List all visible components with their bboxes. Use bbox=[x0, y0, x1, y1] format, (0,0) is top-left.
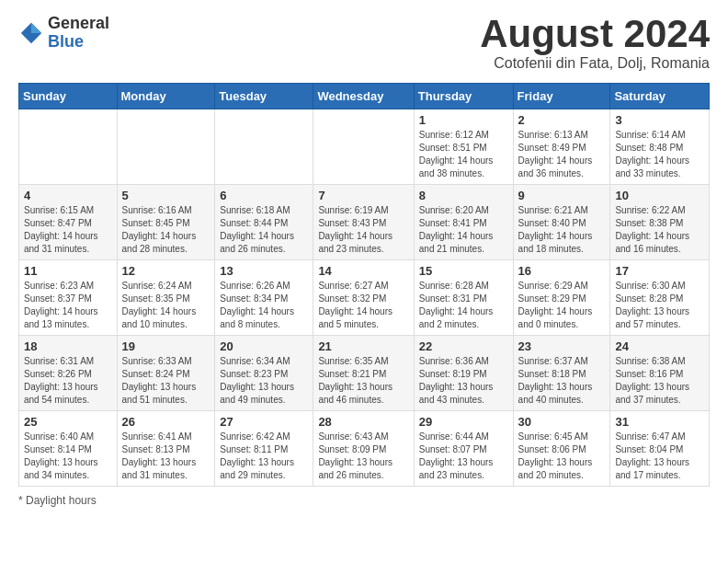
calendar-cell: 29Sunrise: 6:44 AM Sunset: 8:07 PM Dayli… bbox=[414, 411, 513, 487]
logo: General Blue bbox=[18, 15, 109, 52]
day-info: Sunrise: 6:21 AM Sunset: 8:40 PM Dayligh… bbox=[518, 204, 606, 256]
calendar-cell: 8Sunrise: 6:20 AM Sunset: 8:41 PM Daylig… bbox=[414, 185, 513, 260]
day-number: 6 bbox=[220, 189, 308, 202]
calendar-cell: 4Sunrise: 6:15 AM Sunset: 8:47 PM Daylig… bbox=[19, 185, 118, 260]
day-info: Sunrise: 6:37 AM Sunset: 8:18 PM Dayligh… bbox=[518, 355, 606, 407]
day-number: 1 bbox=[419, 113, 508, 127]
weekday-header-tuesday: Tuesday bbox=[215, 84, 313, 109]
day-number: 17 bbox=[615, 264, 704, 278]
calendar-cell: 24Sunrise: 6:38 AM Sunset: 8:16 PM Dayli… bbox=[610, 336, 710, 411]
day-number: 20 bbox=[220, 339, 308, 353]
day-info: Sunrise: 6:42 AM Sunset: 8:11 PM Dayligh… bbox=[220, 431, 308, 482]
footer-note-text: Daylight hours bbox=[26, 494, 97, 507]
day-number: 11 bbox=[24, 264, 112, 278]
day-info: Sunrise: 6:30 AM Sunset: 8:28 PM Dayligh… bbox=[615, 280, 704, 331]
day-info: Sunrise: 6:16 AM Sunset: 8:45 PM Dayligh… bbox=[122, 204, 210, 256]
day-number: 16 bbox=[518, 264, 606, 278]
footer-note: * Daylight hours bbox=[18, 494, 710, 507]
day-info: Sunrise: 6:12 AM Sunset: 8:51 PM Dayligh… bbox=[419, 129, 508, 180]
calendar-cell: 19Sunrise: 6:33 AM Sunset: 8:24 PM Dayli… bbox=[117, 336, 215, 411]
calendar-cell: 7Sunrise: 6:19 AM Sunset: 8:43 PM Daylig… bbox=[313, 185, 414, 260]
day-number: 10 bbox=[615, 189, 704, 202]
week-row-5: 25Sunrise: 6:40 AM Sunset: 8:14 PM Dayli… bbox=[19, 411, 710, 487]
calendar-cell: 20Sunrise: 6:34 AM Sunset: 8:23 PM Dayli… bbox=[215, 336, 313, 411]
weekday-header-friday: Friday bbox=[513, 84, 610, 109]
month-title: August 2024 bbox=[480, 15, 710, 53]
calendar-cell: 15Sunrise: 6:28 AM Sunset: 8:31 PM Dayli… bbox=[414, 260, 513, 336]
week-row-3: 11Sunrise: 6:23 AM Sunset: 8:37 PM Dayli… bbox=[19, 260, 710, 336]
weekday-header-thursday: Thursday bbox=[414, 84, 513, 109]
calendar-cell: 30Sunrise: 6:45 AM Sunset: 8:06 PM Dayli… bbox=[513, 411, 610, 487]
calendar-cell: 25Sunrise: 6:40 AM Sunset: 8:14 PM Dayli… bbox=[19, 411, 118, 487]
day-number: 18 bbox=[24, 339, 112, 353]
calendar-cell: 5Sunrise: 6:16 AM Sunset: 8:45 PM Daylig… bbox=[117, 185, 215, 260]
day-info: Sunrise: 6:47 AM Sunset: 8:04 PM Dayligh… bbox=[615, 431, 704, 482]
calendar-cell: 27Sunrise: 6:42 AM Sunset: 8:11 PM Dayli… bbox=[215, 411, 313, 487]
week-row-4: 18Sunrise: 6:31 AM Sunset: 8:26 PM Dayli… bbox=[19, 336, 710, 411]
calendar-cell: 9Sunrise: 6:21 AM Sunset: 8:40 PM Daylig… bbox=[513, 185, 610, 260]
day-number: 5 bbox=[122, 189, 210, 202]
weekday-header-row: SundayMondayTuesdayWednesdayThursdayFrid… bbox=[19, 84, 710, 109]
day-info: Sunrise: 6:24 AM Sunset: 8:35 PM Dayligh… bbox=[122, 280, 210, 331]
day-number: 30 bbox=[518, 415, 606, 429]
day-number: 14 bbox=[318, 264, 408, 278]
day-number: 9 bbox=[518, 189, 606, 202]
calendar-table: SundayMondayTuesdayWednesdayThursdayFrid… bbox=[18, 83, 710, 487]
calendar-cell: 23Sunrise: 6:37 AM Sunset: 8:18 PM Dayli… bbox=[513, 336, 610, 411]
calendar-cell: 3Sunrise: 6:14 AM Sunset: 8:48 PM Daylig… bbox=[610, 109, 710, 185]
day-number: 25 bbox=[24, 415, 112, 429]
day-number: 21 bbox=[318, 339, 408, 353]
logo-icon bbox=[18, 20, 44, 46]
day-info: Sunrise: 6:26 AM Sunset: 8:34 PM Dayligh… bbox=[220, 280, 308, 331]
calendar-cell: 17Sunrise: 6:30 AM Sunset: 8:28 PM Dayli… bbox=[610, 260, 710, 336]
calendar-cell: 16Sunrise: 6:29 AM Sunset: 8:29 PM Dayli… bbox=[513, 260, 610, 336]
day-number: 7 bbox=[318, 189, 408, 202]
day-info: Sunrise: 6:45 AM Sunset: 8:06 PM Dayligh… bbox=[518, 431, 606, 482]
calendar-cell bbox=[117, 109, 215, 185]
logo-text: General Blue bbox=[48, 15, 109, 52]
calendar-cell bbox=[215, 109, 313, 185]
calendar-cell bbox=[313, 109, 414, 185]
day-info: Sunrise: 6:31 AM Sunset: 8:26 PM Dayligh… bbox=[24, 355, 112, 407]
day-info: Sunrise: 6:23 AM Sunset: 8:37 PM Dayligh… bbox=[24, 280, 112, 331]
day-info: Sunrise: 6:40 AM Sunset: 8:14 PM Dayligh… bbox=[24, 431, 112, 482]
calendar-cell: 14Sunrise: 6:27 AM Sunset: 8:32 PM Dayli… bbox=[313, 260, 414, 336]
day-info: Sunrise: 6:44 AM Sunset: 8:07 PM Dayligh… bbox=[419, 431, 508, 482]
weekday-header-sunday: Sunday bbox=[19, 84, 118, 109]
day-info: Sunrise: 6:36 AM Sunset: 8:19 PM Dayligh… bbox=[419, 355, 508, 407]
week-row-2: 4Sunrise: 6:15 AM Sunset: 8:47 PM Daylig… bbox=[19, 185, 710, 260]
weekday-header-monday: Monday bbox=[117, 84, 215, 109]
day-number: 13 bbox=[220, 264, 308, 278]
day-info: Sunrise: 6:43 AM Sunset: 8:09 PM Dayligh… bbox=[318, 431, 408, 482]
day-number: 31 bbox=[615, 415, 704, 429]
calendar-cell bbox=[19, 109, 118, 185]
day-info: Sunrise: 6:19 AM Sunset: 8:43 PM Dayligh… bbox=[318, 204, 408, 256]
calendar-cell: 22Sunrise: 6:36 AM Sunset: 8:19 PM Dayli… bbox=[414, 336, 513, 411]
day-info: Sunrise: 6:41 AM Sunset: 8:13 PM Dayligh… bbox=[122, 431, 210, 482]
day-info: Sunrise: 6:20 AM Sunset: 8:41 PM Dayligh… bbox=[419, 204, 508, 256]
location-title: Cotofenii din Fata, Dolj, Romania bbox=[480, 55, 710, 72]
day-info: Sunrise: 6:33 AM Sunset: 8:24 PM Dayligh… bbox=[122, 355, 210, 407]
day-info: Sunrise: 6:14 AM Sunset: 8:48 PM Dayligh… bbox=[615, 129, 704, 180]
day-number: 29 bbox=[419, 415, 508, 429]
day-number: 23 bbox=[518, 339, 606, 353]
weekday-header-wednesday: Wednesday bbox=[313, 84, 414, 109]
day-info: Sunrise: 6:27 AM Sunset: 8:32 PM Dayligh… bbox=[318, 280, 408, 331]
day-number: 27 bbox=[220, 415, 308, 429]
day-number: 19 bbox=[122, 339, 210, 353]
day-info: Sunrise: 6:15 AM Sunset: 8:47 PM Dayligh… bbox=[24, 204, 112, 256]
day-number: 3 bbox=[615, 113, 704, 127]
day-number: 15 bbox=[419, 264, 508, 278]
calendar-cell: 18Sunrise: 6:31 AM Sunset: 8:26 PM Dayli… bbox=[19, 336, 118, 411]
calendar-cell: 11Sunrise: 6:23 AM Sunset: 8:37 PM Dayli… bbox=[19, 260, 118, 336]
logo-general: General bbox=[48, 15, 109, 33]
calendar-cell: 21Sunrise: 6:35 AM Sunset: 8:21 PM Dayli… bbox=[313, 336, 414, 411]
day-info: Sunrise: 6:38 AM Sunset: 8:16 PM Dayligh… bbox=[615, 355, 704, 407]
day-info: Sunrise: 6:22 AM Sunset: 8:38 PM Dayligh… bbox=[615, 204, 704, 256]
day-number: 26 bbox=[122, 415, 210, 429]
page-header: General Blue August 2024 Cotofenii din F… bbox=[18, 15, 710, 72]
weekday-header-saturday: Saturday bbox=[610, 84, 710, 109]
calendar-cell: 26Sunrise: 6:41 AM Sunset: 8:13 PM Dayli… bbox=[117, 411, 215, 487]
calendar-cell: 13Sunrise: 6:26 AM Sunset: 8:34 PM Dayli… bbox=[215, 260, 313, 336]
day-info: Sunrise: 6:18 AM Sunset: 8:44 PM Dayligh… bbox=[220, 204, 308, 256]
